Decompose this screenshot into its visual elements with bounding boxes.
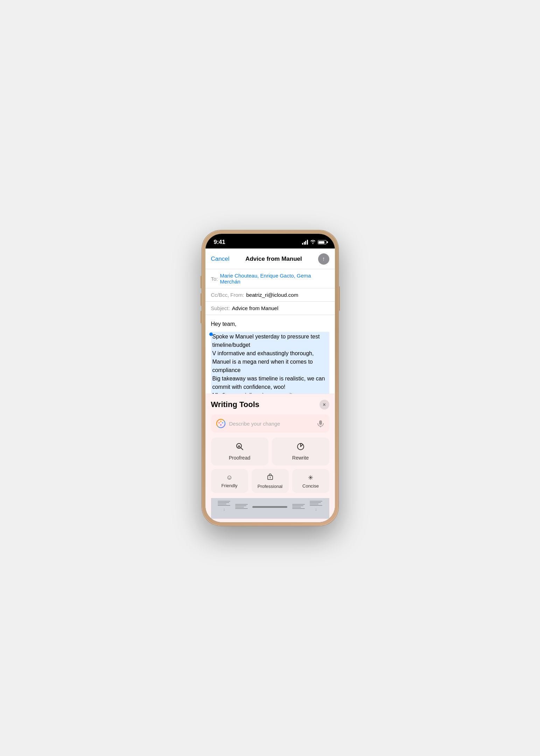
kb-item-4[interactable]: ↓: [310, 501, 322, 512]
cc-label: Cc/Bcc, From:: [211, 292, 244, 298]
proofread-button[interactable]: Proofread: [211, 438, 268, 465]
close-icon: ×: [323, 402, 325, 407]
compose-area: Cancel Advice from Manuel ↑ To: Marie Ch…: [205, 248, 335, 394]
status-icons: [302, 239, 327, 245]
kb-item-1[interactable]: ↓: [218, 501, 230, 512]
compose-title: Advice from Manuel: [245, 255, 302, 262]
keyboard-hint-bar: ↓: [211, 498, 329, 519]
kb-item-2[interactable]: [235, 504, 248, 509]
wt-title: Writing Tools: [211, 400, 260, 409]
writing-tools-panel: Writing Tools ×: [205, 394, 335, 522]
svg-point-3: [222, 422, 223, 424]
wt-main-buttons: Proofread Rewrite: [211, 438, 329, 465]
subject-value: Advice from Manuel: [232, 305, 279, 311]
wt-describe-input[interactable]: Describe your change: [211, 414, 329, 433]
to-value: Marie Chouteau, Enrique Gacto, Gema Merc…: [220, 273, 329, 285]
mic-icon[interactable]: [317, 420, 324, 427]
phone-device: 9:41: [202, 230, 338, 526]
friendly-icon: ☺: [226, 474, 232, 481]
selected-text-content: Spoke w Manuel yesterday to pressure tes…: [212, 332, 328, 394]
compose-header: Cancel Advice from Manuel ↑: [205, 248, 335, 269]
svg-point-0: [217, 419, 225, 428]
friendly-label: Friendly: [221, 483, 237, 488]
svg-point-2: [220, 421, 222, 422]
concise-label: Concise: [302, 483, 319, 489]
apple-intelligence-icon: [216, 419, 226, 428]
phone-inner: 9:41: [205, 234, 335, 522]
rewrite-button[interactable]: Rewrite: [272, 438, 329, 465]
svg-line-8: [241, 448, 243, 450]
friendly-button[interactable]: ☺ Friendly: [211, 469, 248, 493]
subject-label: Subject:: [211, 305, 230, 311]
wt-close-button[interactable]: ×: [320, 400, 329, 410]
professional-button[interactable]: Professional: [252, 469, 289, 493]
status-bar: 9:41: [205, 234, 335, 248]
concise-icon: ✳: [308, 474, 313, 482]
proofread-label: Proofread: [229, 455, 250, 461]
wt-tone-buttons: ☺ Friendly Professional: [211, 469, 329, 493]
send-arrow-icon: ↑: [322, 256, 325, 262]
wt-header: Writing Tools ×: [211, 400, 329, 410]
text-cursor: [209, 332, 213, 336]
wt-input-placeholder: Describe your change: [229, 421, 317, 427]
signal-icon: [302, 240, 308, 245]
home-bar-container: [252, 503, 287, 509]
proofread-icon: [236, 442, 244, 453]
home-bar: [252, 506, 287, 508]
kb-item-3[interactable]: [292, 504, 305, 509]
phone-screen: 9:41: [205, 234, 335, 522]
svg-point-1: [218, 422, 220, 424]
rewrite-label: Rewrite: [292, 455, 309, 461]
cc-value: beatriz_ri@icloud.com: [246, 292, 299, 298]
subject-field[interactable]: Subject: Advice from Manuel: [205, 302, 335, 315]
professional-label: Professional: [258, 484, 283, 489]
cancel-button[interactable]: Cancel: [211, 255, 230, 262]
to-label: To:: [211, 276, 218, 282]
send-button[interactable]: ↑: [318, 253, 329, 265]
email-greeting: Hey team,: [211, 320, 329, 328]
selected-text-block[interactable]: Spoke w Manuel yesterday to pressure tes…: [211, 332, 329, 394]
wifi-icon: [310, 239, 316, 245]
rewrite-icon: [296, 442, 305, 453]
concise-button[interactable]: ✳ Concise: [292, 469, 329, 493]
cc-field[interactable]: Cc/Bcc, From: beatriz_ri@icloud.com: [205, 288, 335, 302]
battery-icon: [318, 240, 327, 244]
email-body[interactable]: Hey team, Spoke w Manuel yesterday to pr…: [205, 315, 335, 394]
svg-rect-5: [319, 420, 322, 425]
professional-icon: [267, 473, 274, 482]
svg-point-4: [220, 424, 222, 426]
to-field[interactable]: To: Marie Chouteau, Enrique Gacto, Gema …: [205, 269, 335, 288]
status-time: 9:41: [214, 239, 225, 246]
